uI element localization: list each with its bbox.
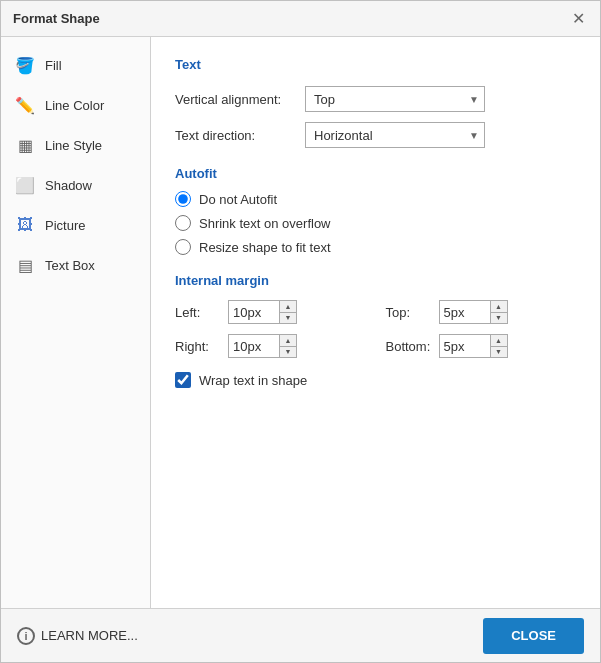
- margin-top-spinbox: ▲ ▼: [439, 300, 508, 324]
- dialog-body: 🪣 Fill ✏️ Line Color ▦ Line Style ⬜ Shad…: [1, 37, 600, 608]
- text-direction-select-wrapper: Horizontal Vertical Rotate 90° Rotate 27…: [305, 122, 485, 148]
- learn-more-label: LEARN MORE...: [41, 628, 138, 643]
- autofit-option-resize: Resize shape to fit text: [175, 239, 576, 255]
- margin-bottom-label: Bottom:: [386, 339, 431, 354]
- autofit-option-shrink: Shrink text on overflow: [175, 215, 576, 231]
- margin-right-decrement-button[interactable]: ▼: [280, 346, 296, 357]
- sidebar: 🪣 Fill ✏️ Line Color ▦ Line Style ⬜ Shad…: [1, 37, 151, 608]
- margin-bottom-spinbox-buttons: ▲ ▼: [490, 335, 507, 357]
- wrap-text-label: Wrap text in shape: [199, 373, 307, 388]
- sidebar-item-picture[interactable]: 🖼 Picture: [1, 205, 150, 245]
- close-button[interactable]: CLOSE: [483, 618, 584, 654]
- sidebar-item-label-line-style: Line Style: [45, 138, 102, 153]
- margin-left-increment-button[interactable]: ▲: [280, 301, 296, 312]
- sidebar-item-shadow[interactable]: ⬜ Shadow: [1, 165, 150, 205]
- line-color-icon: ✏️: [15, 95, 35, 115]
- margin-left-spinbox-buttons: ▲ ▼: [279, 301, 296, 323]
- margin-right-spinbox-buttons: ▲ ▼: [279, 335, 296, 357]
- radio-resize-shape-label: Resize shape to fit text: [199, 240, 331, 255]
- margin-left-input[interactable]: [229, 301, 279, 323]
- margin-right-input[interactable]: [229, 335, 279, 357]
- radio-do-not-autofit-label: Do not Autofit: [199, 192, 277, 207]
- margin-grid: Left: ▲ ▼ Top:: [175, 300, 576, 358]
- radio-do-not-autofit[interactable]: [175, 191, 191, 207]
- dialog-title: Format Shape: [13, 11, 100, 26]
- picture-icon: 🖼: [15, 215, 35, 235]
- autofit-section: Autofit Do not Autofit Shrink text on ov…: [175, 166, 576, 255]
- info-icon: i: [17, 627, 35, 645]
- margin-left-spinbox: ▲ ▼: [228, 300, 297, 324]
- sidebar-item-text-box[interactable]: ▤ Text Box: [1, 245, 150, 285]
- margin-left-row: Left: ▲ ▼: [175, 300, 366, 324]
- text-section-title: Text: [175, 57, 576, 72]
- vertical-alignment-select-wrapper: Top Middle Bottom ▼: [305, 86, 485, 112]
- margin-right-increment-button[interactable]: ▲: [280, 335, 296, 346]
- sidebar-item-line-color[interactable]: ✏️ Line Color: [1, 85, 150, 125]
- close-x-button[interactable]: ✕: [568, 9, 588, 29]
- sidebar-item-label-text-box: Text Box: [45, 258, 95, 273]
- margin-top-decrement-button[interactable]: ▼: [491, 312, 507, 323]
- margin-left-decrement-button[interactable]: ▼: [280, 312, 296, 323]
- margin-bottom-input[interactable]: [440, 335, 490, 357]
- sidebar-item-label-line-color: Line Color: [45, 98, 104, 113]
- margin-top-increment-button[interactable]: ▲: [491, 301, 507, 312]
- margin-top-row: Top: ▲ ▼: [386, 300, 577, 324]
- learn-more-link[interactable]: i LEARN MORE...: [17, 627, 138, 645]
- line-style-icon: ▦: [15, 135, 35, 155]
- autofit-option-do-not: Do not Autofit: [175, 191, 576, 207]
- margin-left-label: Left:: [175, 305, 220, 320]
- vertical-alignment-row: Vertical alignment: Top Middle Bottom ▼: [175, 86, 576, 112]
- radio-shrink-text[interactable]: [175, 215, 191, 231]
- vertical-alignment-label: Vertical alignment:: [175, 92, 305, 107]
- margin-right-row: Right: ▲ ▼: [175, 334, 366, 358]
- format-shape-dialog: Format Shape ✕ 🪣 Fill ✏️ Line Color ▦ Li…: [0, 0, 601, 663]
- margin-right-spinbox: ▲ ▼: [228, 334, 297, 358]
- text-direction-row: Text direction: Horizontal Vertical Rota…: [175, 122, 576, 148]
- wrap-text-checkbox[interactable]: [175, 372, 191, 388]
- shadow-icon: ⬜: [15, 175, 35, 195]
- margin-top-input[interactable]: [440, 301, 490, 323]
- sidebar-item-label-shadow: Shadow: [45, 178, 92, 193]
- radio-shrink-text-label: Shrink text on overflow: [199, 216, 331, 231]
- sidebar-item-label-fill: Fill: [45, 58, 62, 73]
- text-direction-select[interactable]: Horizontal Vertical Rotate 90° Rotate 27…: [305, 122, 485, 148]
- text-direction-label: Text direction:: [175, 128, 305, 143]
- margin-bottom-decrement-button[interactable]: ▼: [491, 346, 507, 357]
- sidebar-item-label-picture: Picture: [45, 218, 85, 233]
- sidebar-item-fill[interactable]: 🪣 Fill: [1, 45, 150, 85]
- internal-margin-title: Internal margin: [175, 273, 576, 288]
- dialog-footer: i LEARN MORE... CLOSE: [1, 608, 600, 662]
- main-content: Text Vertical alignment: Top Middle Bott…: [151, 37, 600, 608]
- textbox-icon: ▤: [15, 255, 35, 275]
- margin-right-label: Right:: [175, 339, 220, 354]
- margin-bottom-increment-button[interactable]: ▲: [491, 335, 507, 346]
- fill-icon: 🪣: [15, 55, 35, 75]
- autofit-section-title: Autofit: [175, 166, 576, 181]
- dialog-titlebar: Format Shape ✕: [1, 1, 600, 37]
- radio-resize-shape[interactable]: [175, 239, 191, 255]
- margin-top-label: Top:: [386, 305, 431, 320]
- wrap-text-row: Wrap text in shape: [175, 372, 576, 388]
- internal-margin-section: Internal margin Left: ▲ ▼: [175, 273, 576, 388]
- sidebar-item-line-style[interactable]: ▦ Line Style: [1, 125, 150, 165]
- margin-top-spinbox-buttons: ▲ ▼: [490, 301, 507, 323]
- margin-bottom-spinbox: ▲ ▼: [439, 334, 508, 358]
- vertical-alignment-select[interactable]: Top Middle Bottom: [305, 86, 485, 112]
- margin-bottom-row: Bottom: ▲ ▼: [386, 334, 577, 358]
